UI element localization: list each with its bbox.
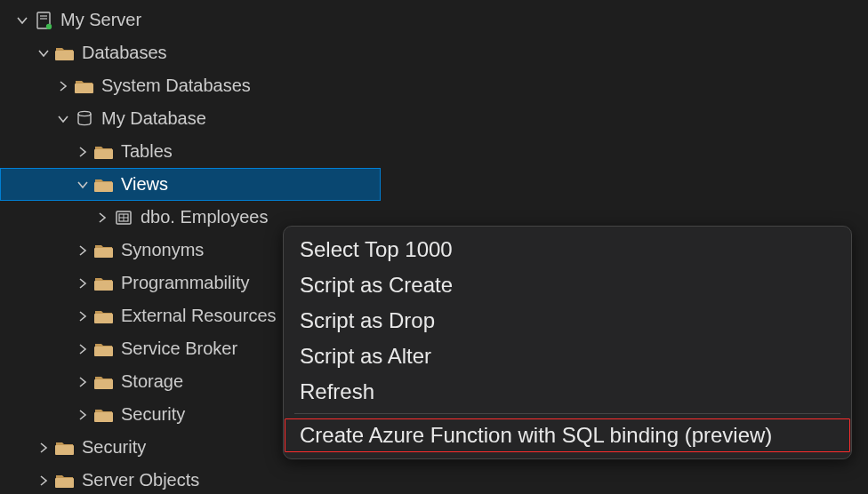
tree-item-views[interactable]: Views (0, 168, 381, 201)
chevron-down-icon (12, 14, 32, 27)
tree-item-label: Synonyms (121, 240, 204, 260)
tree-item-tables[interactable]: Tables (0, 135, 381, 168)
database-icon (73, 110, 96, 128)
chevron-right-icon (73, 277, 92, 290)
folder-icon (92, 308, 116, 324)
chevron-right-icon (34, 474, 53, 487)
tree-item-my-database[interactable]: My Database (0, 102, 381, 135)
tree-item-databases[interactable]: Databases (0, 36, 381, 69)
tree-item-label: My Server (60, 10, 141, 30)
chevron-right-icon (34, 442, 53, 454)
folder-icon (92, 243, 116, 259)
folder-icon (92, 177, 116, 193)
menu-item-create-azure-function[interactable]: Create Azure Function with SQL binding (… (284, 418, 851, 453)
menu-item-script-create[interactable]: Script as Create (284, 267, 851, 303)
menu-item-script-drop[interactable]: Script as Drop (284, 303, 851, 339)
menu-separator (294, 413, 840, 414)
folder-icon (92, 374, 116, 390)
tree-item-label: dbo. Employees (141, 207, 268, 227)
tree-item-label: Security (121, 404, 185, 425)
chevron-right-icon (73, 244, 92, 257)
menu-item-refresh[interactable]: Refresh (284, 374, 851, 410)
chevron-down-icon (53, 113, 73, 125)
tree-item-label: Security (82, 437, 146, 458)
tree-item-system-databases[interactable]: System Databases (0, 69, 381, 102)
tree-item-label: Storage (121, 371, 183, 392)
tree-item-label: Databases (82, 43, 167, 63)
tree-item-label: My Database (101, 108, 206, 129)
folder-icon (92, 341, 116, 357)
menu-item-script-alter[interactable]: Script as Alter (284, 339, 851, 374)
server-icon (32, 12, 55, 29)
chevron-right-icon (92, 211, 112, 224)
context-menu: Select Top 1000 Script as Create Script … (283, 226, 852, 459)
folder-icon (53, 473, 76, 489)
chevron-right-icon (73, 310, 92, 323)
menu-item-select-top[interactable]: Select Top 1000 (284, 232, 851, 267)
tree-item-label: Programmability (121, 273, 249, 293)
tree-item-server-objects[interactable]: Server Objects (0, 464, 381, 494)
tree-item-server[interactable]: My Server (0, 4, 381, 36)
tree-item-label: External Resources (121, 306, 277, 326)
tree-item-label: Service Broker (121, 339, 237, 359)
chevron-down-icon (34, 47, 53, 60)
folder-icon (92, 407, 116, 423)
chevron-down-icon (73, 179, 92, 191)
chevron-right-icon (73, 343, 92, 355)
folder-icon (53, 45, 76, 61)
tree-item-label: Views (121, 174, 168, 195)
chevron-right-icon (73, 146, 92, 158)
chevron-right-icon (73, 376, 92, 388)
folder-icon (92, 144, 116, 160)
chevron-right-icon (53, 80, 73, 92)
tree-item-label: System Databases (101, 76, 251, 96)
tree-item-label: Tables (121, 141, 173, 162)
folder-icon (73, 78, 96, 94)
chevron-right-icon (73, 409, 92, 421)
folder-icon (53, 440, 76, 456)
tree-item-label: Server Objects (82, 470, 199, 490)
view-icon (112, 209, 135, 227)
folder-icon (92, 275, 116, 291)
